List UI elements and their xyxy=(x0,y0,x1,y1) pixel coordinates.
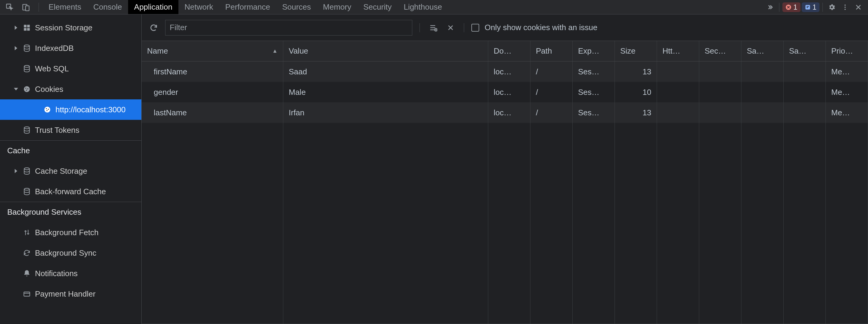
sidebar-item-web-sql[interactable]: Web SQL xyxy=(0,58,141,79)
device-toggle-icon[interactable] xyxy=(20,1,32,13)
tab-console[interactable]: Console xyxy=(87,0,128,14)
sidebar-item-label: Payment Handler xyxy=(35,289,96,299)
sidebar-item-back-forward-cache[interactable]: Back-forward Cache xyxy=(0,181,141,202)
main-content: Session StorageIndexedDBWeb SQLCookiesht… xyxy=(0,14,868,324)
expand-arrow-icon[interactable] xyxy=(13,46,19,50)
cell-secure xyxy=(699,61,741,82)
expand-arrow-icon[interactable] xyxy=(13,87,19,91)
tab-performance[interactable]: Performance xyxy=(219,0,276,14)
cell-samesite2 xyxy=(784,82,826,102)
sidebar-item-notifications[interactable]: Notifications xyxy=(0,263,141,284)
cell-domain: loc… xyxy=(488,61,530,82)
cell-domain: loc… xyxy=(488,102,530,123)
svg-point-22 xyxy=(24,127,29,129)
cell-priority: Me… xyxy=(826,82,868,102)
column-header-2[interactable]: Do… xyxy=(488,41,530,61)
expand-arrow-icon[interactable] xyxy=(13,26,19,30)
svg-rect-2 xyxy=(26,6,29,10)
inspect-element-icon[interactable] xyxy=(4,1,16,13)
db-icon xyxy=(22,166,31,175)
sidebar-item-background-sync[interactable]: Background Sync xyxy=(0,243,141,263)
sidebar-item-http-localhost-3000[interactable]: http://localhost:3000 xyxy=(0,99,141,120)
svg-point-13 xyxy=(24,65,29,67)
column-header-4[interactable]: Exp… xyxy=(572,41,615,61)
column-header-5[interactable]: Size xyxy=(615,41,657,61)
tab-lighthouse[interactable]: Lighthouse xyxy=(398,0,448,14)
more-tabs-icon[interactable] xyxy=(764,1,776,13)
tab-elements[interactable]: Elements xyxy=(42,0,87,14)
card-icon xyxy=(22,289,31,298)
cell-name: firstName xyxy=(142,61,283,82)
column-header-9[interactable]: Sa… xyxy=(784,41,826,61)
cookies-filter-input[interactable] xyxy=(165,20,412,35)
sidebar-item-session-storage[interactable]: Session Storage xyxy=(0,18,141,38)
cookie-row[interactable]: lastNameIrfanloc…/Ses…13Me… xyxy=(142,102,868,123)
column-header-3[interactable]: Path xyxy=(530,41,572,61)
cell-path: / xyxy=(530,61,572,82)
sidebar-item-trust-tokens[interactable]: Trust Tokens xyxy=(0,120,141,140)
svg-point-20 xyxy=(48,109,49,109)
sidebar-item-label: Background Fetch xyxy=(35,228,98,237)
cell-value: Irfan xyxy=(283,102,488,123)
error-count-badge[interactable]: 1 xyxy=(782,2,800,12)
sidebar-item-payment-handler[interactable]: Payment Handler xyxy=(0,284,141,304)
tab-application[interactable]: Application xyxy=(128,0,179,14)
sidebar-item-label: Cache Storage xyxy=(35,166,87,176)
clear-all-icon[interactable] xyxy=(427,22,439,34)
column-header-7[interactable]: Sec… xyxy=(699,41,741,61)
cookies-table-header: Name▲ValueDo…PathExp…SizeHtt…Sec…Sa…Sa…P… xyxy=(142,41,868,61)
close-devtools-icon[interactable] xyxy=(852,1,864,13)
tabbar-left-controls xyxy=(0,0,42,14)
tabbar-tabs: ElementsConsoleApplicationNetworkPerform… xyxy=(42,0,761,14)
svg-point-17 xyxy=(26,90,27,91)
svg-point-6 xyxy=(844,7,846,8)
cell-http xyxy=(657,61,699,82)
cell-path: / xyxy=(530,102,572,123)
cell-samesite2 xyxy=(784,61,826,82)
sidebar-item-cache-storage[interactable]: Cache Storage xyxy=(0,161,141,181)
column-header-10[interactable]: Prio… xyxy=(826,41,868,61)
tab-memory[interactable]: Memory xyxy=(317,0,358,14)
cookie-row[interactable]: genderMaleloc…/Ses…10Me… xyxy=(142,82,868,102)
column-header-6[interactable]: Htt… xyxy=(657,41,699,61)
issue-count-badge[interactable]: 1 xyxy=(802,2,819,12)
only-issues-label: Only show cookies with an issue xyxy=(485,23,597,32)
table-empty-fill xyxy=(142,123,868,324)
tab-security[interactable]: Security xyxy=(358,0,398,14)
cell-size: 13 xyxy=(615,102,657,123)
sync-icon xyxy=(22,249,31,257)
svg-point-14 xyxy=(24,86,30,92)
refresh-icon[interactable] xyxy=(148,22,160,34)
column-header-8[interactable]: Sa… xyxy=(741,41,784,61)
expand-arrow-icon[interactable] xyxy=(13,169,19,173)
cell-priority: Me… xyxy=(826,102,868,123)
cell-samesite1 xyxy=(741,82,784,102)
tabbar-right-controls: 1 1 xyxy=(761,0,868,14)
kebab-menu-icon[interactable] xyxy=(839,1,851,13)
svg-point-19 xyxy=(46,108,47,109)
sidebar-item-background-fetch[interactable]: Background Fetch xyxy=(0,222,141,243)
cell-expires: Ses… xyxy=(572,61,615,82)
svg-rect-11 xyxy=(27,28,30,31)
settings-icon[interactable] xyxy=(826,1,838,13)
sidebar-item-indexeddb[interactable]: IndexedDB xyxy=(0,38,141,58)
cell-priority: Me… xyxy=(826,61,868,82)
cookie-row[interactable]: firstNameSaadloc…/Ses…13Me… xyxy=(142,61,868,82)
sidebar-item-cookies[interactable]: Cookies xyxy=(0,79,141,99)
delete-selected-icon[interactable] xyxy=(444,22,457,34)
svg-point-5 xyxy=(844,4,846,6)
svg-point-24 xyxy=(24,188,29,190)
svg-point-21 xyxy=(46,110,47,111)
sidebar-item-label: IndexedDB xyxy=(35,44,74,53)
only-issues-checkbox[interactable] xyxy=(471,24,479,32)
db-icon xyxy=(22,64,31,73)
cache-section-header: Cache xyxy=(0,140,141,161)
tab-network[interactable]: Network xyxy=(179,0,219,14)
application-sidebar: Session StorageIndexedDBWeb SQLCookiesht… xyxy=(0,14,142,324)
toolbar-divider xyxy=(420,23,420,32)
column-header-0[interactable]: Name▲ xyxy=(142,41,283,61)
column-header-1[interactable]: Value xyxy=(283,41,488,61)
tab-sources[interactable]: Sources xyxy=(276,0,317,14)
sidebar-item-label: Web SQL xyxy=(35,64,69,73)
svg-rect-10 xyxy=(24,28,27,31)
